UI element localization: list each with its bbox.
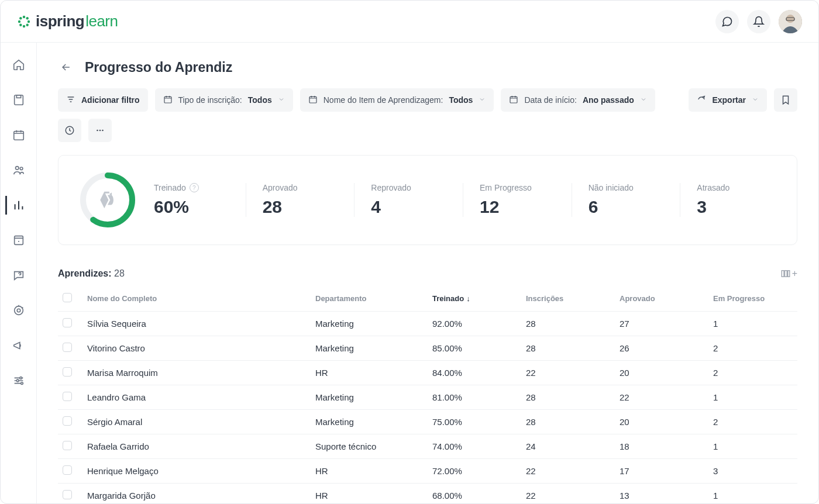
stat-label: Em Progresso bbox=[480, 183, 560, 192]
page-title: Progresso do Aprendiz bbox=[85, 60, 232, 75]
nav-reports[interactable] bbox=[5, 196, 30, 215]
topbar: ispring learn bbox=[1, 1, 818, 43]
logo[interactable]: ispring learn bbox=[17, 12, 118, 30]
logo-text-learn: learn bbox=[85, 12, 118, 30]
filter-start-date[interactable]: Data de início: Ano passado bbox=[501, 88, 655, 112]
row-checkbox[interactable] bbox=[58, 459, 82, 484]
svg-point-1 bbox=[23, 25, 25, 27]
table-count: 28 bbox=[114, 268, 125, 278]
table-row[interactable]: Rafaela GarridoSuporte técnico74.00%2418… bbox=[58, 434, 797, 459]
row-checkbox[interactable] bbox=[58, 312, 82, 336]
nav-home[interactable] bbox=[5, 56, 30, 74]
svg-rect-12 bbox=[16, 95, 20, 98]
nav-users[interactable] bbox=[5, 161, 30, 179]
stat-label: Treinado bbox=[154, 183, 186, 192]
nav-help[interactable] bbox=[5, 266, 30, 285]
nav-settings[interactable] bbox=[5, 371, 30, 390]
col-department[interactable]: Departamento bbox=[311, 287, 428, 312]
filter-enrollment-type[interactable]: Tipo de inscrição: Todos bbox=[155, 88, 293, 112]
cell-in-progress: 2 bbox=[708, 336, 797, 361]
cell-department: Suporte técnico bbox=[311, 434, 428, 459]
cell-in-progress: 2 bbox=[708, 410, 797, 434]
learners-table: Nome do Completo Departamento Treinado↓ … bbox=[58, 287, 797, 503]
table-header: Aprendizes: 28 + bbox=[58, 268, 797, 279]
cell-approved: 20 bbox=[615, 361, 708, 385]
filter-label: Tipo de inscrição: bbox=[178, 95, 242, 105]
cell-department: Marketing bbox=[311, 312, 428, 336]
nav-announce[interactable] bbox=[5, 336, 30, 355]
bookmark-button[interactable] bbox=[774, 88, 797, 112]
row-checkbox[interactable] bbox=[58, 385, 82, 410]
add-filter-button[interactable]: Adicionar filtro bbox=[58, 88, 148, 112]
more-button[interactable] bbox=[88, 119, 112, 142]
export-button[interactable]: Exportar bbox=[689, 88, 767, 112]
svg-point-2 bbox=[18, 20, 20, 22]
nav-calendar[interactable] bbox=[5, 126, 30, 144]
cell-trained: 74.00% bbox=[428, 434, 521, 459]
cell-in-progress: 1 bbox=[708, 434, 797, 459]
row-checkbox[interactable] bbox=[58, 484, 82, 504]
sort-down-icon: ↓ bbox=[466, 294, 470, 303]
stat-not-started: Não iniciado 6 bbox=[572, 183, 669, 217]
cell-enrollments: 28 bbox=[521, 336, 615, 361]
row-checkbox[interactable] bbox=[58, 336, 82, 361]
svg-point-0 bbox=[23, 15, 25, 18]
help-icon[interactable]: ? bbox=[190, 183, 199, 192]
calendar-icon bbox=[163, 95, 173, 106]
svg-rect-32 bbox=[784, 271, 787, 277]
table-row[interactable]: Vitorino CastroMarketing85.00%28262 bbox=[58, 336, 797, 361]
back-button[interactable] bbox=[58, 59, 74, 75]
svg-point-7 bbox=[26, 23, 29, 26]
col-approved[interactable]: Aprovado bbox=[615, 287, 708, 312]
row-checkbox[interactable] bbox=[58, 434, 82, 459]
filter-value: Todos bbox=[248, 95, 272, 105]
export-label: Exportar bbox=[712, 95, 746, 105]
table-row[interactable]: Sérgio AmaralMarketing75.00%28202 bbox=[58, 410, 797, 434]
history-button[interactable] bbox=[58, 119, 81, 142]
chevron-down-icon bbox=[278, 95, 285, 105]
row-checkbox[interactable] bbox=[58, 361, 82, 385]
cell-approved: 13 bbox=[615, 484, 708, 504]
columns-button[interactable]: + bbox=[780, 268, 797, 279]
stat-label: Aprovado bbox=[263, 183, 343, 192]
table-row[interactable]: Leandro GamaMarketing81.00%28221 bbox=[58, 385, 797, 410]
filter-item-name[interactable]: Nome do Item de Aprendizagem: Todos bbox=[300, 88, 494, 112]
svg-point-3 bbox=[27, 20, 30, 22]
user-avatar[interactable] bbox=[779, 10, 802, 33]
cell-approved: 22 bbox=[615, 385, 708, 410]
nav-content[interactable] bbox=[5, 91, 30, 109]
cell-name: Vitorino Castro bbox=[82, 336, 311, 361]
cell-in-progress: 1 bbox=[708, 484, 797, 504]
cell-name: Leandro Gama bbox=[82, 385, 311, 410]
table-row[interactable]: Sílvia SequeiraMarketing92.00%28271 bbox=[58, 312, 797, 336]
chat-button[interactable] bbox=[715, 10, 739, 33]
table-head-row: Nome do Completo Departamento Treinado↓ … bbox=[58, 287, 797, 312]
svg-rect-31 bbox=[782, 271, 784, 277]
col-full-name[interactable]: Nome do Completo bbox=[82, 287, 311, 312]
col-in-progress[interactable]: Em Progresso bbox=[708, 287, 797, 312]
col-checkbox[interactable] bbox=[58, 287, 82, 312]
table-row[interactable]: Marisa MarroquimHR84.00%22202 bbox=[58, 361, 797, 385]
cell-trained: 84.00% bbox=[428, 361, 521, 385]
cell-department: HR bbox=[311, 361, 428, 385]
notifications-button[interactable] bbox=[747, 10, 770, 33]
cell-in-progress: 1 bbox=[708, 312, 797, 336]
col-enrollments[interactable]: Inscrições bbox=[521, 287, 615, 312]
stat-label: Reprovado bbox=[371, 183, 451, 192]
cell-name: Margarida Gorjão bbox=[82, 484, 311, 504]
filter-label: Nome do Item de Aprendizagem: bbox=[324, 95, 443, 105]
cell-department: Marketing bbox=[311, 410, 428, 434]
sidenav bbox=[1, 43, 37, 503]
nav-gamification[interactable] bbox=[5, 301, 30, 320]
stats-card: Treinado? 60% Aprovado 28 Reprovado 4 Em… bbox=[58, 155, 797, 245]
svg-point-14 bbox=[15, 167, 19, 170]
row-checkbox[interactable] bbox=[58, 410, 82, 434]
nav-archive[interactable] bbox=[5, 231, 30, 250]
svg-point-5 bbox=[26, 17, 29, 19]
svg-rect-23 bbox=[309, 96, 316, 103]
svg-point-9 bbox=[786, 15, 794, 23]
table-row[interactable]: Henrique MelgaçoHR72.00%22173 bbox=[58, 459, 797, 484]
table-row[interactable]: Margarida GorjãoHR68.00%22131 bbox=[58, 484, 797, 504]
col-trained[interactable]: Treinado↓ bbox=[428, 287, 521, 312]
cell-enrollments: 28 bbox=[521, 410, 615, 434]
